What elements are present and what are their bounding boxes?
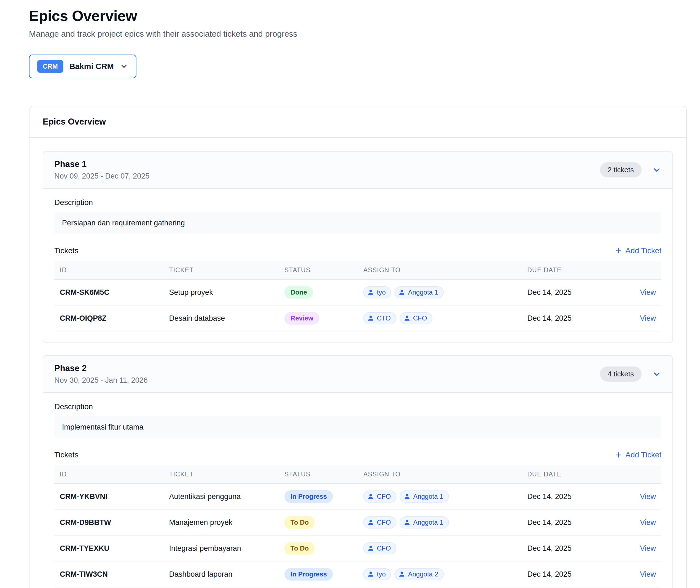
phase-description: Persiapan dan requirement gathering (54, 212, 661, 234)
assignee-name: CFO (413, 314, 427, 322)
card-title: Epics Overview (43, 117, 673, 127)
column-header-assign-to: ASSIGN TO (358, 261, 522, 279)
phases-container: Phase 1 Nov 09, 2025 - Dec 07, 2025 2 ti… (29, 138, 686, 588)
ticket-status-cell: In Progress (279, 561, 358, 587)
view-link[interactable]: View (640, 518, 656, 527)
ticket-id: CRM-TIW3CN (54, 561, 164, 587)
phase-body: Description Persiapan dan requirement ga… (43, 189, 672, 342)
ticket-title: Autentikasi pengguna (164, 484, 279, 509)
view-link[interactable]: View (640, 570, 656, 578)
assignee-chip: CFO (363, 542, 396, 554)
page-title: Epics Overview (29, 7, 687, 24)
column-header-status: STATUS (279, 261, 358, 279)
due-date: Dec 14, 2025 (522, 509, 613, 535)
ticket-id: CRM-SK6M5C (54, 279, 164, 305)
table-row: CRM-D9BBTW Manajemen proyek To Do CFO An… (54, 509, 661, 535)
assignee-name: CFO (377, 519, 391, 526)
assignee-name: Anggota 1 (413, 493, 443, 500)
ticket-status-cell: To Do (279, 535, 358, 561)
epics-overview-card: Epics Overview Phase 1 Nov 09, 2025 - De… (29, 106, 687, 588)
column-header-actions (613, 465, 661, 484)
user-icon (367, 545, 374, 552)
due-date: Dec 14, 2025 (522, 535, 613, 561)
ticket-status-cell: In Progress (279, 484, 358, 509)
ticket-assign-cell: CTO CFO (358, 305, 522, 331)
ticket-count-badge: 4 tickets (600, 366, 642, 382)
ticket-assign-cell: tyo Anggota 2 (358, 561, 522, 587)
card-header: Epics Overview (29, 106, 686, 138)
ticket-title: Manajemen proyek (164, 509, 279, 535)
add-ticket-button[interactable]: Add Ticket (615, 451, 661, 459)
tickets-label: Tickets (54, 246, 79, 255)
ticket-actions-cell: View (613, 279, 661, 305)
ticket-actions-cell: View (613, 535, 661, 561)
view-link[interactable]: View (640, 314, 656, 322)
ticket-assign-cell: CFO (358, 535, 522, 561)
column-header-actions (613, 261, 661, 279)
table-header-row: ID TICKET STATUS ASSIGN TO DUE DATE (54, 465, 661, 484)
ticket-status-cell: Done (279, 279, 358, 305)
assignee-chip: tyo (363, 286, 391, 298)
project-name: Bakmi CRM (69, 62, 114, 71)
status-badge: To Do (284, 516, 315, 529)
phase-title: Phase 1 (54, 159, 149, 169)
chevron-down-icon[interactable] (652, 165, 661, 175)
description-label: Description (54, 198, 661, 207)
ticket-assign-cell: tyo Anggota 1 (358, 279, 522, 305)
chevron-down-icon[interactable] (652, 369, 661, 379)
add-ticket-button[interactable]: Add Ticket (615, 246, 661, 255)
ticket-id: CRM-D9BBTW (54, 509, 164, 535)
assignee-name: tyo (377, 288, 386, 296)
assignee-chip: Anggota 1 (394, 286, 443, 298)
phase-description: Implementasi fitur utama (54, 416, 661, 438)
user-icon (367, 315, 374, 322)
assignee-name: Anggota 1 (413, 519, 443, 526)
assignee-list: CFO Anggota 1 (363, 516, 516, 528)
status-badge: In Progress (284, 568, 333, 581)
column-header-due-date: DUE DATE (522, 261, 613, 279)
user-icon (398, 571, 405, 578)
table-row: CRM-TIW3CN Dashboard laporan In Progress… (54, 561, 661, 587)
assignee-name: Anggota 2 (408, 570, 438, 578)
view-link[interactable]: View (640, 288, 656, 296)
phase-body: Description Implementasi fitur utama Tic… (43, 393, 672, 588)
project-selector[interactable]: CRM Bakmi CRM (29, 55, 136, 78)
ticket-title: Desain database (164, 305, 279, 331)
tickets-label: Tickets (54, 451, 79, 459)
user-icon (367, 493, 374, 500)
ticket-actions-cell: View (613, 561, 661, 587)
assignee-chip: tyo (363, 568, 391, 580)
status-badge: To Do (284, 542, 315, 555)
status-badge: Review (284, 312, 319, 325)
assignee-list: tyo Anggota 1 (363, 286, 516, 298)
phase-section: Phase 1 Nov 09, 2025 - Dec 07, 2025 2 ti… (43, 151, 673, 343)
user-icon (403, 519, 411, 526)
user-icon (367, 519, 374, 526)
ticket-assign-cell: CFO Anggota 1 (358, 509, 522, 535)
ticket-title: Dashboard laporan (164, 561, 279, 587)
assignee-chip: Anggota 2 (394, 568, 443, 580)
ticket-count-badge: 2 tickets (600, 162, 642, 177)
view-link[interactable]: View (640, 544, 656, 552)
add-ticket-label: Add Ticket (625, 451, 661, 459)
assignee-chip: CFO (400, 312, 433, 324)
column-header-id: ID (54, 465, 164, 484)
column-header-assign-to: ASSIGN TO (358, 465, 522, 484)
tickets-tbody: CRM-YKBVNI Autentikasi pengguna In Progr… (54, 484, 661, 587)
table-row: CRM-OIQP8Z Desain database Review CTO CF… (54, 305, 661, 331)
view-link[interactable]: View (640, 492, 656, 501)
user-icon (403, 493, 411, 500)
due-date: Dec 14, 2025 (522, 484, 613, 509)
phase-header[interactable]: Phase 2 Nov 30, 2025 - Jan 11, 2026 4 ti… (43, 356, 672, 393)
phase-date-range: Nov 30, 2025 - Jan 11, 2026 (54, 376, 148, 385)
phase-heading: Phase 1 Nov 09, 2025 - Dec 07, 2025 (54, 159, 149, 180)
phase-title: Phase 2 (54, 363, 148, 373)
ticket-status-cell: To Do (279, 509, 358, 535)
assignee-chip: CFO (363, 516, 396, 528)
ticket-actions-cell: View (613, 305, 661, 331)
status-badge: In Progress (284, 490, 333, 503)
assignee-list: tyo Anggota 2 (363, 568, 516, 580)
due-date: Dec 14, 2025 (522, 305, 613, 331)
phase-header[interactable]: Phase 1 Nov 09, 2025 - Dec 07, 2025 2 ti… (43, 152, 672, 189)
phase-heading: Phase 2 Nov 30, 2025 - Jan 11, 2026 (54, 363, 148, 385)
